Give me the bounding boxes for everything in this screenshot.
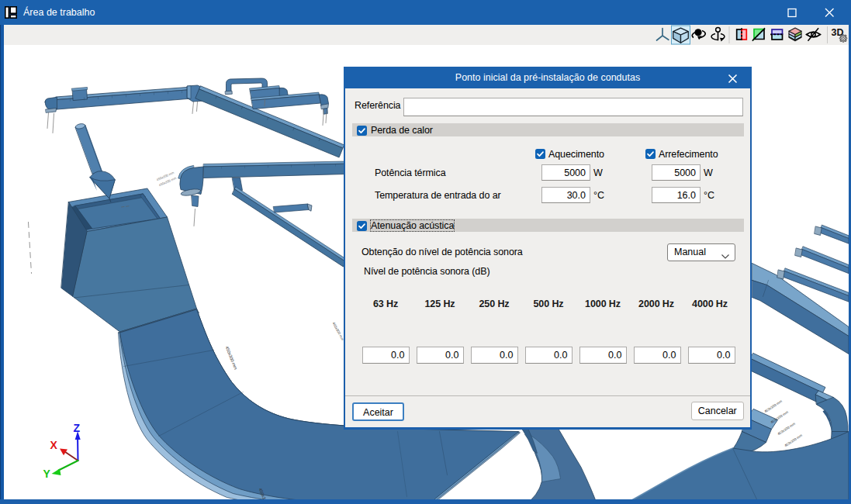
axis-x-label: X <box>50 439 57 451</box>
aquecimento-label: Aquecimento <box>548 149 604 160</box>
referencia-input[interactable] <box>403 98 743 116</box>
app-icon <box>5 6 17 19</box>
axis-y-arrow <box>51 468 61 475</box>
axis-z-label: Z <box>73 421 80 433</box>
window-border-bottom <box>0 499 851 504</box>
duct-top-left-run <box>45 87 192 112</box>
obtencao-dropdown[interactable]: Manual <box>667 243 735 261</box>
window-border-right <box>849 25 851 504</box>
freq-header-4000: 4000 Hz <box>692 299 728 309</box>
freq-input-1000[interactable] <box>579 347 627 364</box>
freq-header-250: 250 Hz <box>479 299 509 309</box>
potencia-cooling-unit: W <box>704 167 713 178</box>
cancel-button[interactable]: Cancelar <box>691 402 744 420</box>
dialog-footer-divider <box>345 395 750 396</box>
title-bar: Área de trabalho <box>0 0 851 25</box>
window-title: Área de trabalho <box>23 0 95 25</box>
perda-de-calor-checkbox[interactable] <box>357 126 367 136</box>
duct-right-stub-2 <box>795 246 849 273</box>
freq-input-500[interactable] <box>525 347 573 364</box>
duct-dimension-label: 450x300 mm <box>331 321 344 341</box>
settings-3d-icon[interactable]: 3D <box>831 27 846 42</box>
chevron-down-icon <box>721 250 729 261</box>
temperatura-label: Temperatura de entrada do ar <box>375 190 501 201</box>
layers-icon[interactable] <box>789 28 801 41</box>
freq-header-1000: 1000 Hz <box>585 299 621 309</box>
duct-bottom-right <box>621 431 849 499</box>
hide-eye-icon[interactable] <box>806 28 820 40</box>
duct-right-stub-1 <box>815 225 849 243</box>
freq-header-500: 500 Hz <box>533 299 563 309</box>
section-diagonal-icon[interactable] <box>752 27 765 40</box>
dialog-ponto-inicial: Ponto inicial da pré-instalação de condu… <box>344 67 752 430</box>
section-vertical-icon[interactable] <box>736 28 746 41</box>
potencia-heating-unit: W <box>593 167 603 178</box>
duct-mid-elbow <box>178 165 203 206</box>
duct-dimension-label: 450x300 mm <box>224 345 238 370</box>
temperatura-heating-input[interactable] <box>541 187 590 203</box>
toolbar-icons: 3D <box>4 25 849 45</box>
potencia-heating-input[interactable] <box>541 164 590 181</box>
accept-button[interactable]: Aceitar <box>352 402 404 421</box>
section-horizontal-icon[interactable] <box>770 29 784 40</box>
close-button[interactable] <box>811 0 847 25</box>
flow-arrow <box>74 123 115 202</box>
freq-input-2000[interactable] <box>634 347 681 364</box>
view-cube-icon[interactable] <box>671 26 690 44</box>
potencia-termica-label: Potência térmica <box>375 167 446 178</box>
freq-input-4000[interactable] <box>688 347 735 364</box>
window-border-left <box>0 25 4 504</box>
temperatura-cooling-unit: °C <box>704 190 714 201</box>
dialog-title: Ponto inicial da pré-instalação de condu… <box>344 67 752 88</box>
temperatura-heating-unit: °C <box>593 190 604 201</box>
freq-input-125[interactable] <box>417 347 464 364</box>
axis-y-label: Y <box>43 468 50 480</box>
app-window: Área de trabalho <box>0 0 851 504</box>
axis-gizmo: Z X Y <box>43 421 80 480</box>
duct-s-curve <box>521 428 597 499</box>
duct-mid-run <box>203 161 345 178</box>
dialog-title-bar[interactable]: Ponto inicial da pré-instalação de condu… <box>344 67 752 88</box>
atenuacao-checkbox[interactable] <box>357 221 367 231</box>
aquecimento-checkbox[interactable] <box>535 149 545 159</box>
temperatura-cooling-input[interactable] <box>652 187 701 203</box>
duct-dimension-label: 450x300 mm <box>784 433 803 447</box>
freq-input-250[interactable] <box>471 347 518 364</box>
atenuacao-label: Atenuação acústica <box>371 220 454 231</box>
view-toolbar: 3D <box>4 25 849 45</box>
duct-dimension-label: 450x300 mm <box>770 409 789 423</box>
nivel-label: Nível de potência sonora (dB) <box>364 266 489 277</box>
freq-header-125: 125 Hz <box>424 299 455 309</box>
potencia-cooling-input[interactable] <box>652 164 701 181</box>
turn-icon[interactable] <box>711 27 725 41</box>
maximize-button[interactable] <box>774 0 810 25</box>
freq-header-63: 63 Hz <box>373 299 398 309</box>
perda-de-calor-label: Perda de calor <box>371 125 433 136</box>
dialog-close-icon[interactable] <box>726 72 739 85</box>
freq-input-63[interactable] <box>362 347 410 364</box>
obtencao-dropdown-value: Manual <box>674 247 706 257</box>
arrefecimento-checkbox[interactable] <box>645 149 656 159</box>
duct-dimension-label: 450x300 mm <box>777 421 796 435</box>
arrefecimento-label: Arrefecimento <box>659 149 718 160</box>
obtencao-label: Obtenção do nível de potência sonora <box>362 247 523 257</box>
orbit-icon[interactable] <box>692 29 705 40</box>
axes-icon[interactable] <box>656 29 668 41</box>
freq-header-2000: 2000 Hz <box>638 299 674 309</box>
referencia-label: Referência <box>355 100 400 111</box>
duct-dimension-label: 450x300 mm <box>763 399 783 413</box>
duct-descending-branch <box>232 178 346 267</box>
